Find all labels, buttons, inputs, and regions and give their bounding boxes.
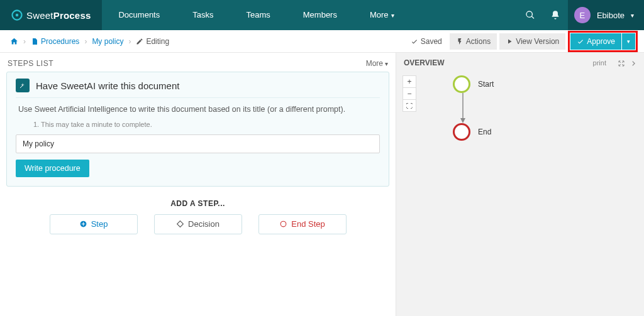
- flow-end-label: End: [478, 128, 491, 136]
- ai-title: Have SweetAI write this document: [36, 80, 179, 91]
- user-name: Ebibote: [597, 11, 625, 20]
- chevron-down-icon: ▾: [385, 60, 388, 67]
- write-procedure-button[interactable]: Write procedure: [16, 160, 89, 177]
- svg-point-1: [16, 14, 19, 17]
- breadcrumb-sep: ›: [84, 37, 87, 46]
- breadcrumb-sep: ›: [128, 37, 131, 46]
- add-end-step-button[interactable]: End Step: [258, 214, 347, 234]
- nav-more[interactable]: More▾: [353, 0, 411, 31]
- main: STEPS LIST More▾ Have SweetAI write this…: [0, 53, 644, 316]
- nav-documents[interactable]: Documents: [102, 0, 176, 30]
- bell-icon: [550, 10, 560, 20]
- check-icon: [577, 38, 584, 45]
- circle-icon: [279, 220, 287, 228]
- approve-dropdown[interactable]: ▾: [622, 33, 635, 50]
- nav-items: Documents Tasks Teams Members More▾: [102, 0, 410, 30]
- plus-circle-icon: [79, 220, 87, 228]
- flow-end-node[interactable]: End: [453, 123, 494, 141]
- brand-text: SweetProcess: [26, 10, 91, 21]
- caret-down-icon: ▾: [627, 38, 630, 45]
- fullscreen-button[interactable]: ⛶: [402, 99, 416, 112]
- flow-diagram: Start End: [453, 75, 494, 141]
- nav-members[interactable]: Members: [287, 0, 353, 30]
- add-decision-button[interactable]: Decision: [154, 214, 242, 234]
- play-icon: [506, 38, 513, 45]
- view-version-label: View Version: [516, 37, 559, 46]
- add-decision-label: Decision: [188, 219, 219, 229]
- breadcrumb-editing: Editing: [136, 37, 169, 46]
- steps-panel: STEPS LIST More▾ Have SweetAI write this…: [0, 53, 396, 316]
- diamond-icon: [176, 220, 184, 228]
- chevron-down-icon: ▾: [631, 12, 634, 19]
- avatar: E: [574, 7, 591, 23]
- flow-arrow: [460, 93, 494, 123]
- breadcrumb-policy[interactable]: My policy: [92, 37, 123, 46]
- flow-start-label: Start: [478, 80, 494, 89]
- svg-marker-5: [460, 118, 465, 123]
- approve-highlight: Approve ▾: [568, 31, 638, 52]
- add-step-row: Step Decision End Step: [6, 214, 389, 234]
- zoom-out-button[interactable]: −: [402, 87, 416, 100]
- search-icon: [525, 10, 535, 20]
- file-icon: [31, 38, 38, 45]
- breadcrumb-sep: ›: [23, 37, 26, 46]
- top-nav: SweetProcess Documents Tasks Teams Membe…: [0, 0, 644, 30]
- add-step-button[interactable]: Step: [50, 214, 138, 234]
- overview-panel: OVERVIEW print + − ⛶ Start: [396, 53, 644, 316]
- overview-next[interactable]: [630, 58, 636, 67]
- expand-icon: [618, 60, 625, 67]
- nav-more-label: More: [370, 10, 389, 19]
- add-end-step-label: End Step: [291, 219, 325, 229]
- user-menu[interactable]: E Ebibote ▾: [568, 0, 644, 30]
- approve-button[interactable]: Approve: [570, 33, 621, 50]
- search-button[interactable]: [518, 0, 543, 30]
- nav-tasks[interactable]: Tasks: [176, 0, 230, 30]
- breadcrumb-home[interactable]: [10, 37, 18, 45]
- steps-more[interactable]: More▾: [366, 59, 388, 68]
- overview-zoom-controls: + − ⛶: [402, 75, 416, 111]
- chevron-down-icon: ▾: [391, 12, 394, 19]
- view-version-button[interactable]: View Version: [499, 33, 565, 50]
- breadcrumb-editing-label: Editing: [146, 37, 169, 46]
- saved-label: Saved: [421, 37, 442, 46]
- ai-card: Have SweetAI write this document Use Swe…: [6, 72, 389, 187]
- overview-title: OVERVIEW: [404, 58, 444, 67]
- breadcrumb-procedures[interactable]: Procedures: [31, 37, 79, 46]
- chevron-right-icon: [630, 60, 636, 67]
- brand-icon: [11, 9, 23, 21]
- steps-list-title: STEPS LIST: [8, 59, 53, 68]
- approve-label: Approve: [587, 37, 615, 46]
- breadcrumb-procedures-label: Procedures: [41, 37, 79, 46]
- saved-status: Saved: [411, 37, 442, 46]
- zoom-in-button[interactable]: +: [402, 75, 416, 88]
- add-step-label: Step: [91, 219, 108, 229]
- action-bar: › Procedures › My policy › Editing Saved…: [0, 30, 644, 53]
- nav-teams[interactable]: Teams: [230, 0, 286, 30]
- ai-icon: [16, 79, 30, 92]
- ai-note: 1. This may take a minute to complete.: [33, 121, 377, 128]
- check-icon: [411, 38, 418, 45]
- add-step-title: ADD A STEP...: [6, 199, 389, 208]
- pencil-icon: [136, 38, 143, 45]
- notifications-button[interactable]: [543, 0, 568, 30]
- ai-prompt-input[interactable]: [16, 134, 380, 153]
- actions-label: Actions: [466, 37, 491, 46]
- brand[interactable]: SweetProcess: [0, 0, 102, 30]
- overview-print[interactable]: print: [593, 59, 606, 67]
- end-circle-icon: [453, 123, 470, 141]
- bolt-icon: [456, 38, 464, 45]
- start-circle-icon: [453, 75, 470, 93]
- svg-point-3: [280, 221, 286, 227]
- steps-more-label: More: [366, 59, 383, 68]
- home-icon: [10, 37, 18, 45]
- overview-expand[interactable]: [618, 58, 625, 67]
- ai-description: Use Sweet Artificial Intelligence to wri…: [18, 104, 377, 116]
- flow-start-node[interactable]: Start: [453, 75, 494, 93]
- actions-button[interactable]: Actions: [450, 33, 497, 50]
